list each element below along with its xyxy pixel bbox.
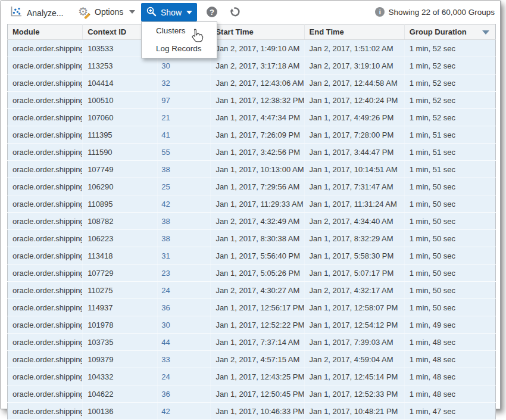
cell-start-time: Jan 2, 2017, 1:49:10 AM <box>211 40 304 57</box>
options-label: Options <box>95 7 123 17</box>
cell-log-records[interactable]: 30 <box>158 57 211 74</box>
cell-duration: 1 min, 52 sec <box>404 109 495 126</box>
table-row[interactable]: oracle.order.shipping10013642Jan 1, 2017… <box>8 403 496 420</box>
options-button[interactable]: ⚙ Options <box>78 6 135 18</box>
cell-module: oracle.order.shipping <box>8 126 83 144</box>
table-row[interactable]: oracle.order.shipping11139541Jan 1, 2017… <box>8 126 496 144</box>
info-icon[interactable]: i <box>375 7 385 17</box>
cell-log-records[interactable]: 25 <box>158 178 211 195</box>
cell-log-records[interactable]: 38 <box>158 213 211 230</box>
cell-start-time: Jan 2, 2017, 4:57:15 AM <box>211 351 304 368</box>
cell-log-records[interactable]: 33 <box>158 351 211 368</box>
help-icon: ? <box>207 7 217 17</box>
analyze-button[interactable]: Analyze... <box>10 6 63 20</box>
table-row[interactable]: oracle.order.shipping11027524Jan 2, 2017… <box>8 282 496 299</box>
table-row[interactable]: oracle.order.shipping10772923Jan 1, 2017… <box>8 265 496 282</box>
table-row[interactable]: oracle.order.shipping10462236Jan 1, 2017… <box>8 385 496 403</box>
groups-panel: Analyze... ⚙ Options Show ? <box>1 1 501 409</box>
table-row[interactable]: oracle.order.shipping10774938Jan 1, 2017… <box>8 161 496 178</box>
cell-log-records[interactable]: 38 <box>158 161 211 178</box>
cell-log-records[interactable]: 42 <box>158 403 211 420</box>
menu-item-clusters[interactable]: Clusters <box>142 22 217 40</box>
cell-log-records[interactable]: 31 <box>158 247 211 265</box>
cell-duration: 1 min, 50 sec <box>404 195 495 213</box>
sort-descending-icon[interactable] <box>482 30 489 35</box>
cell-log-records[interactable]: 32 <box>158 74 211 92</box>
show-button[interactable]: Show <box>141 3 197 21</box>
cell-duration: 1 min, 48 sec <box>404 385 495 403</box>
cell-end-time: Jan 1, 2017, 7:39:03 AM <box>304 334 404 351</box>
cell-log-records[interactable]: 24 <box>158 368 211 385</box>
cell-end-time: Jan 1, 2017, 11:31:24 AM <box>304 195 404 213</box>
table-row[interactable]: oracle.order.shipping10622338Jan 1, 2017… <box>8 230 496 247</box>
cell-context-id: 101978 <box>83 316 158 334</box>
table-row[interactable]: oracle.order.shipping10373544Jan 1, 2017… <box>8 334 496 351</box>
cell-log-records[interactable]: 55 <box>158 144 211 161</box>
magnifier-plus-icon <box>146 6 157 19</box>
table-row[interactable]: oracle.order.shipping10878238Jan 2, 2017… <box>8 213 496 230</box>
table-row[interactable]: oracle.order.shipping10706021Jan 1, 2017… <box>8 109 496 126</box>
cell-log-records[interactable]: 41 <box>158 126 211 144</box>
cell-end-time: Jan 1, 2017, 12:58:07 PM <box>304 299 404 316</box>
cell-log-records[interactable]: 44 <box>158 334 211 351</box>
cell-start-time: Jan 1, 2017, 10:13:00 AM <box>211 161 304 178</box>
cell-log-records[interactable]: 21 <box>158 109 211 126</box>
cell-start-time: Jan 1, 2017, 4:47:34 PM <box>211 109 304 126</box>
table-row[interactable]: oracle.order.shipping10629025Jan 1, 2017… <box>8 178 496 195</box>
table-row[interactable]: oracle.order.shipping11089542Jan 1, 2017… <box>8 195 496 213</box>
help-button[interactable]: ? <box>207 7 217 17</box>
cell-end-time: Jan 1, 2017, 12:45:14 PM <box>304 368 404 385</box>
cell-context-id: 104414 <box>83 74 158 92</box>
table-row[interactable]: oracle.order.shipping10051097Jan 1, 2017… <box>8 92 496 109</box>
cell-module: oracle.order.shipping <box>8 178 83 195</box>
table-row[interactable]: oracle.order.shipping10441432Jan 2, 2017… <box>8 74 496 92</box>
cell-start-time: Jan 1, 2017, 3:42:56 PM <box>211 144 304 161</box>
status-text: Showing 22 of 60,000 Groups <box>388 8 495 17</box>
cell-start-time: Jan 2, 2017, 12:43:06 AM <box>211 74 304 92</box>
table-row[interactable]: oracle.order.shipping11341831Jan 1, 2017… <box>8 247 496 265</box>
table-row[interactable]: oracle.order.shipping103533Jan 2, 2017, … <box>8 40 496 57</box>
table-row[interactable]: oracle.order.shipping10433224Jan 1, 2017… <box>8 368 496 385</box>
cell-start-time: Jan 1, 2017, 5:56:40 PM <box>211 247 304 265</box>
cell-duration: 1 min, 50 sec <box>404 178 495 195</box>
column-header-start-time[interactable]: Start Time <box>211 24 304 40</box>
cell-log-records[interactable]: 23 <box>158 265 211 282</box>
table-row[interactable]: oracle.order.shipping11493736Jan 1, 2017… <box>8 299 496 316</box>
cell-context-id: 103735 <box>83 334 158 351</box>
cell-log-records[interactable]: 36 <box>158 385 211 403</box>
table-row[interactable]: oracle.order.shipping11325330Jan 2, 2017… <box>8 57 496 74</box>
cell-end-time: Jan 1, 2017, 12:54:12 PM <box>304 316 404 334</box>
cell-module: oracle.order.shipping <box>8 299 83 316</box>
column-header-group-duration[interactable]: Group Duration <box>404 24 495 40</box>
cell-context-id: 107729 <box>83 265 158 282</box>
cell-duration: 1 min, 52 sec <box>404 40 495 57</box>
cell-module: oracle.order.shipping <box>8 230 83 247</box>
cell-log-records[interactable]: 36 <box>158 299 211 316</box>
cell-module: oracle.order.shipping <box>8 109 83 126</box>
cell-end-time: Jan 1, 2017, 10:48:21 PM <box>304 403 404 420</box>
column-header-module[interactable]: Module <box>8 24 83 40</box>
cell-log-records[interactable]: 42 <box>158 195 211 213</box>
table-row[interactable]: oracle.order.shipping10937933Jan 2, 2017… <box>8 351 496 368</box>
toolbar: Analyze... ⚙ Options Show ? <box>1 1 500 24</box>
menu-item-log-records[interactable]: Log Records <box>142 40 217 58</box>
cell-start-time: Jan 1, 2017, 8:30:38 AM <box>211 230 304 247</box>
cell-duration: 1 min, 48 sec <box>404 351 495 368</box>
cell-log-records[interactable]: 38 <box>158 230 211 247</box>
table-row[interactable]: oracle.order.shipping10197830Jan 1, 2017… <box>8 316 496 334</box>
cell-module: oracle.order.shipping <box>8 195 83 213</box>
cell-start-time: Jan 1, 2017, 7:29:56 AM <box>211 178 304 195</box>
cell-log-records[interactable]: 24 <box>158 282 211 299</box>
cell-log-records[interactable]: 97 <box>158 92 211 109</box>
column-header-end-time[interactable]: End Time <box>304 24 404 40</box>
cell-duration: 1 min, 52 sec <box>404 57 495 74</box>
cell-module: oracle.order.shipping <box>8 265 83 282</box>
cell-context-id: 110275 <box>83 282 158 299</box>
groups-table: Module Context ID Start Time End Time Gr… <box>7 24 496 420</box>
cell-end-time: Jan 1, 2017, 5:07:17 PM <box>304 265 404 282</box>
cell-log-records[interactable]: 30 <box>158 316 211 334</box>
refresh-button[interactable] <box>229 6 240 20</box>
cell-context-id: 106290 <box>83 178 158 195</box>
table-row[interactable]: oracle.order.shipping11159055Jan 1, 2017… <box>8 144 496 161</box>
cell-duration: 1 min, 47 sec <box>404 403 495 420</box>
